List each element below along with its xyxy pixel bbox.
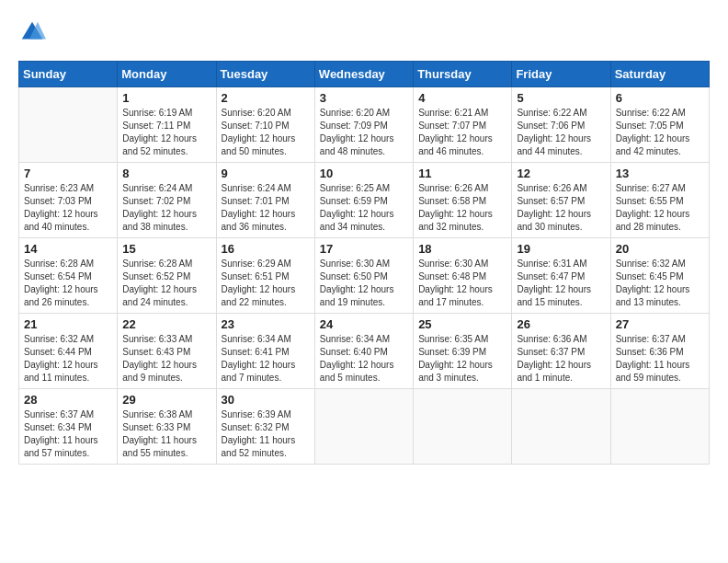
day-info: Sunrise: 6:35 AMSunset: 6:39 PMDaylight:…	[418, 333, 506, 385]
logo-icon	[18, 18, 46, 46]
day-number: 30	[222, 393, 310, 407]
day-number: 9	[222, 167, 310, 180]
day-info: Sunrise: 6:30 AMSunset: 6:50 PMDaylight:…	[320, 258, 408, 309]
calendar-cell: 17Sunrise: 6:30 AMSunset: 6:50 PMDayligh…	[314, 238, 413, 314]
calendar-cell: 21Sunrise: 6:32 AMSunset: 6:44 PMDayligh…	[19, 314, 118, 389]
day-info: Sunrise: 6:38 AMSunset: 6:33 PMDaylight:…	[122, 408, 210, 460]
day-number: 11	[418, 167, 506, 180]
calendar-cell	[314, 389, 413, 465]
calendar-cell: 2Sunrise: 6:20 AMSunset: 7:10 PMDaylight…	[216, 87, 314, 163]
day-number: 17	[320, 242, 408, 256]
calendar-cell: 16Sunrise: 6:29 AMSunset: 6:51 PMDayligh…	[216, 238, 314, 314]
calendar-cell	[512, 389, 610, 465]
day-info: Sunrise: 6:32 AMSunset: 6:44 PMDaylight:…	[24, 333, 112, 385]
calendar-cell: 19Sunrise: 6:31 AMSunset: 6:47 PMDayligh…	[512, 238, 610, 314]
day-number: 19	[517, 242, 605, 256]
calendar-cell: 29Sunrise: 6:38 AMSunset: 6:33 PMDayligh…	[118, 389, 216, 465]
day-info: Sunrise: 6:27 AMSunset: 6:55 PMDaylight:…	[616, 182, 704, 234]
day-number: 15	[122, 242, 210, 256]
day-info: Sunrise: 6:21 AMSunset: 7:07 PMDaylight:…	[418, 107, 506, 158]
weekday-header: Tuesday	[216, 62, 314, 87]
day-number: 13	[616, 167, 704, 180]
day-info: Sunrise: 6:34 AMSunset: 6:41 PMDaylight:…	[222, 333, 310, 385]
day-info: Sunrise: 6:36 AMSunset: 6:37 PMDaylight:…	[517, 333, 605, 385]
calendar-cell: 5Sunrise: 6:22 AMSunset: 7:06 PMDaylight…	[512, 87, 610, 163]
day-info: Sunrise: 6:23 AMSunset: 7:03 PMDaylight:…	[24, 182, 112, 234]
day-info: Sunrise: 6:33 AMSunset: 6:43 PMDaylight:…	[122, 333, 210, 385]
day-info: Sunrise: 6:32 AMSunset: 6:45 PMDaylight:…	[616, 258, 704, 309]
day-info: Sunrise: 6:26 AMSunset: 6:58 PMDaylight:…	[418, 182, 506, 234]
calendar-week-row: 1Sunrise: 6:19 AMSunset: 7:11 PMDaylight…	[19, 87, 710, 163]
calendar-cell: 25Sunrise: 6:35 AMSunset: 6:39 PMDayligh…	[414, 314, 512, 389]
calendar-cell: 30Sunrise: 6:39 AMSunset: 6:32 PMDayligh…	[216, 389, 314, 465]
weekday-header: Thursday	[414, 62, 512, 87]
calendar-cell: 13Sunrise: 6:27 AMSunset: 6:55 PMDayligh…	[610, 163, 709, 238]
calendar-cell: 12Sunrise: 6:26 AMSunset: 6:57 PMDayligh…	[512, 163, 610, 238]
calendar-cell	[610, 389, 709, 465]
calendar-cell: 10Sunrise: 6:25 AMSunset: 6:59 PMDayligh…	[314, 163, 413, 238]
day-number: 25	[418, 317, 506, 331]
calendar-cell: 18Sunrise: 6:30 AMSunset: 6:48 PMDayligh…	[414, 238, 512, 314]
day-info: Sunrise: 6:31 AMSunset: 6:47 PMDaylight:…	[517, 258, 605, 309]
day-info: Sunrise: 6:37 AMSunset: 6:36 PMDaylight:…	[616, 333, 704, 385]
calendar-cell: 28Sunrise: 6:37 AMSunset: 6:34 PMDayligh…	[19, 389, 118, 465]
calendar-cell: 3Sunrise: 6:20 AMSunset: 7:09 PMDaylight…	[314, 87, 413, 163]
day-number: 27	[616, 317, 704, 331]
day-info: Sunrise: 6:19 AMSunset: 7:11 PMDaylight:…	[122, 107, 210, 158]
day-info: Sunrise: 6:20 AMSunset: 7:09 PMDaylight:…	[320, 107, 408, 158]
calendar-week-row: 21Sunrise: 6:32 AMSunset: 6:44 PMDayligh…	[19, 314, 710, 389]
day-number: 8	[122, 167, 210, 180]
calendar-cell: 15Sunrise: 6:28 AMSunset: 6:52 PMDayligh…	[118, 238, 216, 314]
calendar-cell: 11Sunrise: 6:26 AMSunset: 6:58 PMDayligh…	[414, 163, 512, 238]
calendar-cell: 4Sunrise: 6:21 AMSunset: 7:07 PMDaylight…	[414, 87, 512, 163]
weekday-header: Sunday	[19, 62, 118, 87]
calendar-cell: 26Sunrise: 6:36 AMSunset: 6:37 PMDayligh…	[512, 314, 610, 389]
calendar-week-row: 28Sunrise: 6:37 AMSunset: 6:34 PMDayligh…	[19, 389, 710, 465]
day-number: 26	[517, 317, 605, 331]
calendar-cell: 7Sunrise: 6:23 AMSunset: 7:03 PMDaylight…	[19, 163, 118, 238]
calendar-cell: 6Sunrise: 6:22 AMSunset: 7:05 PMDaylight…	[610, 87, 709, 163]
calendar-cell: 22Sunrise: 6:33 AMSunset: 6:43 PMDayligh…	[118, 314, 216, 389]
weekday-header: Friday	[512, 62, 610, 87]
day-number: 29	[122, 393, 210, 407]
day-number: 7	[24, 167, 112, 180]
calendar-cell: 23Sunrise: 6:34 AMSunset: 6:41 PMDayligh…	[216, 314, 314, 389]
logo	[18, 18, 48, 46]
weekday-header: Monday	[118, 62, 216, 87]
day-info: Sunrise: 6:22 AMSunset: 7:06 PMDaylight:…	[517, 107, 605, 158]
day-number: 22	[122, 317, 210, 331]
day-number: 14	[24, 242, 112, 256]
day-info: Sunrise: 6:22 AMSunset: 7:05 PMDaylight:…	[616, 107, 704, 158]
day-info: Sunrise: 6:28 AMSunset: 6:52 PMDaylight:…	[122, 258, 210, 309]
calendar-header-row: SundayMondayTuesdayWednesdayThursdayFrid…	[19, 62, 710, 87]
day-info: Sunrise: 6:20 AMSunset: 7:10 PMDaylight:…	[222, 107, 310, 158]
day-info: Sunrise: 6:26 AMSunset: 6:57 PMDaylight:…	[517, 182, 605, 234]
calendar-table: SundayMondayTuesdayWednesdayThursdayFrid…	[18, 61, 710, 465]
calendar-cell: 9Sunrise: 6:24 AMSunset: 7:01 PMDaylight…	[216, 163, 314, 238]
day-number: 6	[616, 91, 704, 105]
day-info: Sunrise: 6:25 AMSunset: 6:59 PMDaylight:…	[320, 182, 408, 234]
day-number: 4	[418, 91, 506, 105]
day-number: 1	[122, 91, 210, 105]
day-number: 20	[616, 242, 704, 256]
calendar-cell	[19, 87, 118, 163]
day-info: Sunrise: 6:34 AMSunset: 6:40 PMDaylight:…	[320, 333, 408, 385]
calendar-week-row: 7Sunrise: 6:23 AMSunset: 7:03 PMDaylight…	[19, 163, 710, 238]
day-number: 18	[418, 242, 506, 256]
day-info: Sunrise: 6:37 AMSunset: 6:34 PMDaylight:…	[24, 408, 112, 460]
calendar-cell	[414, 389, 512, 465]
day-number: 10	[320, 167, 408, 180]
day-number: 21	[24, 317, 112, 331]
calendar-cell: 24Sunrise: 6:34 AMSunset: 6:40 PMDayligh…	[314, 314, 413, 389]
calendar-cell: 27Sunrise: 6:37 AMSunset: 6:36 PMDayligh…	[610, 314, 709, 389]
day-number: 3	[320, 91, 408, 105]
calendar-cell: 8Sunrise: 6:24 AMSunset: 7:02 PMDaylight…	[118, 163, 216, 238]
day-info: Sunrise: 6:29 AMSunset: 6:51 PMDaylight:…	[222, 258, 310, 309]
calendar-cell: 14Sunrise: 6:28 AMSunset: 6:54 PMDayligh…	[19, 238, 118, 314]
day-info: Sunrise: 6:39 AMSunset: 6:32 PMDaylight:…	[222, 408, 310, 460]
weekday-header: Wednesday	[314, 62, 413, 87]
calendar-week-row: 14Sunrise: 6:28 AMSunset: 6:54 PMDayligh…	[19, 238, 710, 314]
day-number: 24	[320, 317, 408, 331]
calendar-cell: 20Sunrise: 6:32 AMSunset: 6:45 PMDayligh…	[610, 238, 709, 314]
day-number: 16	[222, 242, 310, 256]
